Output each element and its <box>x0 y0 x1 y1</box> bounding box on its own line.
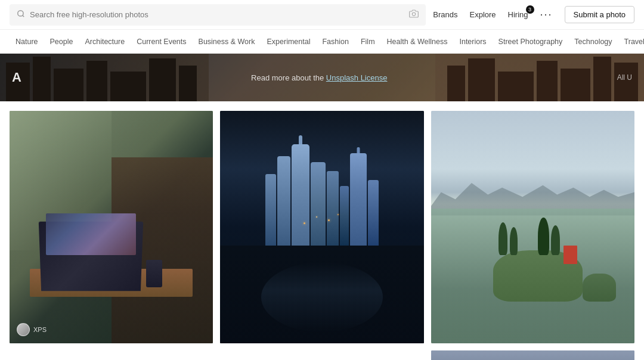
photo-cafe[interactable]: XPS <box>10 111 213 343</box>
category-experimental[interactable]: Experimental <box>261 38 317 46</box>
category-nature[interactable]: Nature <box>10 38 44 46</box>
category-people[interactable]: People <box>44 38 79 46</box>
nav-hiring[interactable]: Hiring 3 <box>508 10 528 19</box>
category-architecture[interactable]: Architecture <box>79 38 131 46</box>
nav-brands[interactable]: Brands <box>433 10 457 19</box>
banner: A Read more about the Unsplash License A… <box>0 54 644 101</box>
unsplash-license-link[interactable]: Unsplash License <box>326 73 388 82</box>
more-button[interactable]: ··· <box>540 8 553 21</box>
search-icon <box>17 10 25 20</box>
category-technology[interactable]: Technology <box>568 38 618 46</box>
category-business[interactable]: Business & Work <box>193 38 261 46</box>
category-film[interactable]: Film <box>355 38 381 46</box>
category-street[interactable]: Street Photography <box>493 38 569 46</box>
submit-photo-button[interactable]: Submit a photo <box>565 6 634 23</box>
xps-text: XPS <box>33 326 47 333</box>
svg-point-0 <box>18 10 23 15</box>
photo-column-2 <box>220 111 423 360</box>
photo-grid: XPS <box>0 101 644 360</box>
xps-avatar <box>17 323 30 336</box>
photo-island[interactable] <box>431 111 634 343</box>
header-nav: Brands Explore Hiring 3 ··· Submit a pho… <box>433 6 634 23</box>
banner-left-text: A <box>0 70 21 85</box>
category-fashion[interactable]: Fashion <box>316 38 354 46</box>
svg-point-2 <box>413 13 416 15</box>
camera-icon[interactable] <box>409 9 419 21</box>
banner-center-text: Read more about the Unsplash License <box>21 73 617 82</box>
photo-column-3 <box>431 111 634 360</box>
category-interiors[interactable]: Interiors <box>453 38 492 46</box>
category-health[interactable]: Health & Wellness <box>381 38 454 46</box>
hiring-badge: 3 <box>526 5 534 14</box>
photo-column-1: XPS <box>10 111 213 360</box>
search-bar <box>10 4 426 26</box>
nav-explore[interactable]: Explore <box>469 10 496 19</box>
header: Brands Explore Hiring 3 ··· Submit a pho… <box>0 0 644 30</box>
search-input[interactable] <box>30 10 404 19</box>
category-current-events[interactable]: Current Events <box>131 38 192 46</box>
svg-line-1 <box>23 15 24 17</box>
photo-xps-label: XPS <box>17 323 47 336</box>
photo-city2[interactable] <box>431 350 634 360</box>
banner-right-text: All U <box>617 73 644 82</box>
photo-city[interactable] <box>220 111 423 343</box>
category-travel[interactable]: Travel <box>618 38 644 46</box>
category-nav: Nature People Architecture Current Event… <box>0 30 644 54</box>
